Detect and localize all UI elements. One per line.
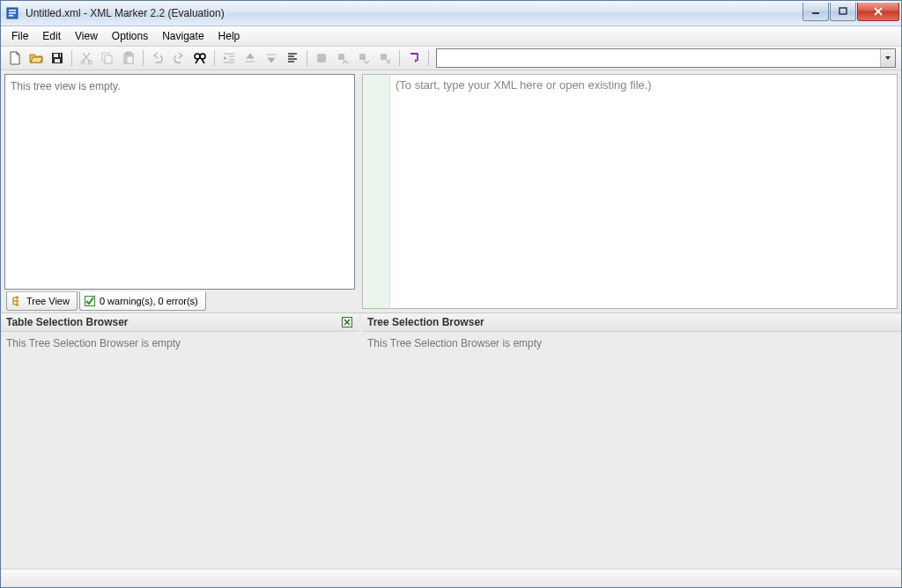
undo-icon[interactable] xyxy=(147,48,168,69)
bookmark-clear-icon[interactable] xyxy=(374,48,396,69)
svg-rect-16 xyxy=(127,56,133,63)
toolbar xyxy=(1,47,901,70)
bookmark-next-icon[interactable] xyxy=(353,48,374,69)
close-button[interactable] xyxy=(857,3,899,21)
upper-split: This tree view is empty. Tree View 0 war… xyxy=(1,70,901,312)
svg-rect-25 xyxy=(16,304,18,306)
svg-rect-9 xyxy=(58,54,60,57)
table-selection-header: Table Selection Browser xyxy=(1,313,359,332)
toolbar-separator xyxy=(307,50,307,66)
table-selection-title: Table Selection Browser xyxy=(6,316,129,328)
menu-navigate[interactable]: Navigate xyxy=(155,26,211,46)
svg-rect-19 xyxy=(317,54,326,62)
format-icon[interactable] xyxy=(282,48,303,69)
tree-selection-header: Tree Selection Browser xyxy=(362,313,901,332)
menu-file[interactable]: File xyxy=(4,26,35,46)
window-title: Untitled.xml - XML Marker 2.2 (Evaluatio… xyxy=(26,7,802,19)
export-excel-icon[interactable] xyxy=(341,316,353,328)
window-buttons xyxy=(802,3,899,20)
bookmark-prev-icon[interactable] xyxy=(332,48,353,69)
open-file-icon[interactable] xyxy=(26,48,47,69)
editor-wrap: (To start, type your XML here or open ex… xyxy=(362,74,898,309)
menu-options[interactable]: Options xyxy=(105,26,155,46)
tree-selection-body: This Tree Selection Browser is empty xyxy=(362,332,901,569)
svg-rect-4 xyxy=(812,12,819,14)
svg-rect-5 xyxy=(839,8,847,14)
svg-rect-22 xyxy=(381,54,387,60)
app-window: Untitled.xml - XML Marker 2.2 (Evaluatio… xyxy=(0,0,902,588)
svg-rect-2 xyxy=(9,12,16,14)
titlebar[interactable]: Untitled.xml - XML Marker 2.2 (Evaluatio… xyxy=(1,1,901,26)
xml-editor[interactable]: (To start, type your XML here or open ex… xyxy=(390,75,897,308)
editor-pane: (To start, type your XML here or open ex… xyxy=(362,70,901,312)
indent-right-icon[interactable] xyxy=(218,48,240,69)
tree-tabs: Tree View 0 warning(s), 0 error(s) xyxy=(1,291,359,311)
editor-placeholder: (To start, type your XML here or open ex… xyxy=(396,78,652,92)
tab-warnings-label: 0 warning(s), 0 error(s) xyxy=(100,296,198,306)
table-selection-body: This Tree Selection Browser is empty xyxy=(1,332,359,569)
svg-point-18 xyxy=(200,54,205,59)
svg-rect-15 xyxy=(126,52,131,55)
svg-point-17 xyxy=(195,54,200,59)
new-file-icon[interactable] xyxy=(4,48,26,69)
toolbar-separator xyxy=(214,50,215,66)
statusbar xyxy=(1,569,901,587)
editor-gutter xyxy=(363,75,390,308)
tree-view[interactable]: This tree view is empty. xyxy=(4,74,355,290)
client-area: This tree view is empty. Tree View 0 war… xyxy=(1,70,901,587)
find-icon[interactable] xyxy=(189,48,211,69)
svg-rect-3 xyxy=(9,15,13,17)
toolbar-separator xyxy=(143,50,144,66)
menu-help[interactable]: Help xyxy=(211,26,248,46)
collapse-up-icon[interactable] xyxy=(240,48,261,69)
svg-rect-1 xyxy=(9,10,16,11)
table-selection-panel: Table Selection Browser This Tree Select… xyxy=(1,313,359,569)
menu-view[interactable]: View xyxy=(68,26,105,46)
svg-rect-23 xyxy=(16,297,18,299)
svg-rect-20 xyxy=(338,54,344,60)
paste-icon[interactable] xyxy=(118,48,139,69)
svg-rect-13 xyxy=(105,55,112,63)
tab-warnings[interactable]: 0 warning(s), 0 error(s) xyxy=(79,291,206,311)
lower-split: Table Selection Browser This Tree Select… xyxy=(1,312,901,569)
tab-tree-view[interactable]: Tree View xyxy=(6,291,78,311)
save-icon[interactable] xyxy=(47,48,68,69)
app-icon xyxy=(6,6,20,20)
copy-icon[interactable] xyxy=(97,48,118,69)
tree-pane: This tree view is empty. Tree View 0 war… xyxy=(1,70,359,312)
maximize-button[interactable] xyxy=(830,3,856,21)
refresh-icon[interactable] xyxy=(403,48,425,69)
check-icon xyxy=(84,295,96,307)
redo-icon[interactable] xyxy=(168,48,189,69)
cut-icon[interactable] xyxy=(76,48,97,69)
toolbar-separator xyxy=(428,50,429,66)
expand-down-icon[interactable] xyxy=(261,48,282,69)
svg-rect-21 xyxy=(359,54,366,60)
path-combo[interactable] xyxy=(436,48,896,68)
tree-selection-empty: This Tree Selection Browser is empty xyxy=(367,337,542,349)
tab-tree-view-label: Tree View xyxy=(26,296,70,306)
toolbar-separator xyxy=(399,50,400,66)
tree-selection-panel: Tree Selection Browser This Tree Selecti… xyxy=(362,313,901,569)
tree-empty-text: This tree view is empty. xyxy=(11,80,120,92)
bookmark-toggle-icon[interactable] xyxy=(311,48,332,69)
tree-icon xyxy=(11,295,23,307)
svg-rect-24 xyxy=(16,300,18,303)
toolbar-separator xyxy=(71,50,72,66)
table-selection-empty: This Tree Selection Browser is empty xyxy=(6,337,181,349)
svg-rect-8 xyxy=(55,59,60,62)
menubar: File Edit View Options Navigate Help xyxy=(1,26,901,47)
menu-edit[interactable]: Edit xyxy=(35,26,68,46)
minimize-button[interactable] xyxy=(802,3,829,21)
dropdown-icon[interactable] xyxy=(880,49,895,67)
tree-selection-title: Tree Selection Browser xyxy=(367,316,484,328)
